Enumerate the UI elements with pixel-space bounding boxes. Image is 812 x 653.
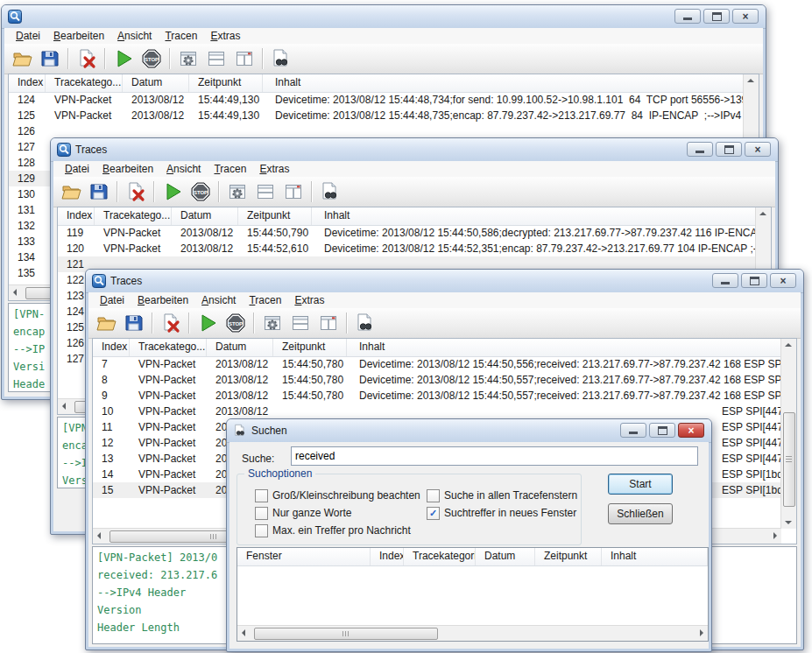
- column-header[interactable]: Inhalt: [347, 339, 781, 356]
- result-column-header[interactable]: Fenster: [237, 548, 371, 565]
- search-button[interactable]: [316, 179, 344, 204]
- split-vertical-button[interactable]: [279, 179, 307, 204]
- table-row[interactable]: 120VPN-Packet2013/08/1215:44:52,610Devic…: [58, 241, 756, 256]
- column-header[interactable]: Index: [93, 339, 130, 356]
- split-horizontal-button[interactable]: [202, 46, 230, 71]
- minimize-button[interactable]: [674, 9, 701, 24]
- start-trace-button[interactable]: [109, 46, 138, 71]
- column-header[interactable]: Datum: [172, 207, 238, 225]
- save-trace-button[interactable]: [120, 311, 148, 335]
- horizontal-scrollbar[interactable]: [237, 625, 708, 641]
- restore-button[interactable]: [716, 142, 742, 157]
- open-trace-button[interactable]: [92, 311, 120, 335]
- scroll-left-icon[interactable]: [97, 532, 101, 539]
- menu-item-datei[interactable]: Datei: [59, 161, 96, 177]
- column-header[interactable]: Index: [9, 74, 46, 92]
- result-column-header[interactable]: Inhalt: [602, 548, 708, 565]
- titlebar[interactable]: Suchen ×: [227, 419, 711, 443]
- scroll-down-icon[interactable]: [785, 521, 792, 524]
- delete-trace-button[interactable]: [73, 46, 101, 71]
- open-trace-button[interactable]: [57, 179, 85, 204]
- checkbox[interactable]: [427, 489, 440, 502]
- save-trace-button[interactable]: [36, 46, 64, 71]
- close-button[interactable]: ×: [770, 273, 796, 288]
- column-header[interactable]: Tracekatego...: [95, 207, 172, 225]
- scroll-right-icon[interactable]: [773, 532, 777, 539]
- trace-settings-button[interactable]: [174, 46, 202, 71]
- stop-trace-button[interactable]: [222, 311, 250, 335]
- split-vertical-button[interactable]: [314, 311, 342, 335]
- menu-item-extras[interactable]: Extras: [253, 161, 296, 177]
- scroll-up-icon[interactable]: [759, 212, 766, 215]
- delete-trace-button[interactable]: [157, 311, 185, 335]
- table-row[interactable]: 7VPN-Packet2013/08/1215:44:50,780Devicet…: [93, 356, 781, 372]
- column-header[interactable]: Datum: [123, 74, 189, 92]
- minimize-button[interactable]: [687, 142, 713, 157]
- close-dialog-button[interactable]: Schließen: [608, 503, 673, 524]
- menu-item-extras[interactable]: Extras: [204, 28, 247, 44]
- menu-item-tracen[interactable]: Tracen: [243, 292, 288, 308]
- checkbox[interactable]: [255, 507, 268, 520]
- maximize-button[interactable]: [649, 423, 675, 438]
- search-button[interactable]: [351, 311, 379, 335]
- menu-item-extras[interactable]: Extras: [288, 292, 331, 308]
- menu-item-tracen[interactable]: Tracen: [208, 161, 253, 177]
- result-column-header[interactable]: Tracekategorie: [404, 548, 476, 565]
- save-trace-button[interactable]: [85, 179, 113, 204]
- table-row[interactable]: 119VPN-Packet2013/08/1215:44:50,790Devic…: [58, 225, 756, 241]
- checkbox[interactable]: [255, 489, 268, 502]
- split-horizontal-button[interactable]: [251, 179, 279, 204]
- menu-item-tracen[interactable]: Tracen: [159, 28, 204, 44]
- minimize-button[interactable]: [620, 423, 646, 438]
- open-trace-button[interactable]: [8, 46, 36, 71]
- table-row[interactable]: 124VPN-Packet2013/08/1215:44:49,130Devic…: [9, 92, 744, 108]
- scroll-up-icon[interactable]: [747, 79, 754, 82]
- titlebar[interactable]: ×: [2, 5, 766, 29]
- scroll-right-icon[interactable]: [700, 629, 703, 636]
- close-button[interactable]: ×: [732, 9, 759, 24]
- close-button[interactable]: ×: [745, 142, 771, 157]
- table-row[interactable]: 9VPN-Packet2013/08/1215:44:50,780Devicet…: [93, 388, 781, 404]
- result-column-header[interactable]: Index: [371, 548, 404, 565]
- column-header[interactable]: Zeitpunkt: [238, 207, 312, 225]
- scroll-up-icon[interactable]: [785, 343, 792, 347]
- menu-item-datei[interactable]: Datei: [10, 28, 47, 44]
- minimize-button[interactable]: [712, 273, 738, 288]
- table-row[interactable]: 8VPN-Packet2013/08/1215:44:50,780Devicet…: [93, 372, 781, 388]
- table-row[interactable]: 10VPN-Packet2013/08/12ESP SPI[4476e332: [93, 404, 781, 419]
- menu-item-ansicht[interactable]: Ansicht: [160, 161, 208, 177]
- column-header[interactable]: Index: [58, 207, 95, 225]
- titlebar[interactable]: Traces ×: [86, 270, 803, 293]
- checkbox[interactable]: ✓: [427, 507, 440, 520]
- result-column-header[interactable]: Datum: [476, 548, 535, 565]
- restore-button[interactable]: [703, 9, 730, 24]
- checkbox[interactable]: [255, 524, 268, 537]
- search-button[interactable]: [267, 46, 295, 71]
- scroll-left-icon[interactable]: [62, 403, 66, 410]
- split-horizontal-button[interactable]: [286, 311, 314, 335]
- delete-trace-button[interactable]: [122, 179, 150, 204]
- column-header[interactable]: Inhalt: [312, 207, 756, 225]
- menu-item-ansicht[interactable]: Ansicht: [111, 28, 159, 44]
- search-input[interactable]: [291, 446, 698, 466]
- menu-item-bearbeiten[interactable]: Bearbeiten: [131, 292, 195, 308]
- menu-item-ansicht[interactable]: Ansicht: [195, 292, 243, 308]
- result-column-header[interactable]: Zeitpunkt: [535, 548, 602, 565]
- column-header[interactable]: Tracekatego...: [46, 74, 123, 92]
- stop-trace-button[interactable]: [138, 46, 166, 71]
- start-trace-button[interactable]: [194, 311, 222, 335]
- menu-item-bearbeiten[interactable]: Bearbeiten: [47, 28, 111, 44]
- stop-trace-button[interactable]: [187, 179, 215, 204]
- scroll-left-icon[interactable]: [13, 289, 17, 296]
- menu-item-datei[interactable]: Datei: [94, 292, 131, 308]
- vertical-scrollbar[interactable]: [780, 339, 796, 529]
- start-button[interactable]: Start: [608, 474, 673, 495]
- scroll-left-icon[interactable]: [242, 629, 245, 636]
- restore-button[interactable]: [741, 273, 767, 288]
- close-button[interactable]: ×: [678, 423, 704, 438]
- menu-item-bearbeiten[interactable]: Bearbeiten: [96, 161, 160, 177]
- start-trace-button[interactable]: [159, 179, 187, 204]
- titlebar[interactable]: Traces ×: [51, 138, 778, 162]
- scrollbar-thumb[interactable]: [254, 628, 438, 640]
- column-header[interactable]: Tracekatego...: [130, 339, 207, 356]
